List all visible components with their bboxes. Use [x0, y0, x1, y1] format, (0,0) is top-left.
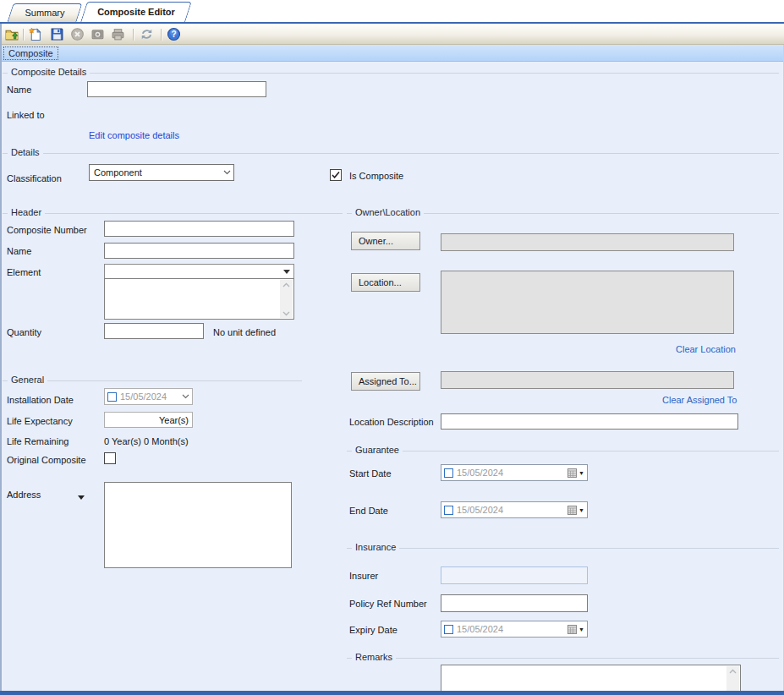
address-label: Address: [7, 490, 41, 500]
window-left-border: [0, 24, 2, 692]
group-title-guarantee: Guarantee: [352, 445, 403, 455]
insurer-field: [441, 566, 588, 584]
no-unit-defined-text: No unit defined: [213, 327, 276, 337]
group-composite-details: Composite Details: [3, 68, 779, 77]
group-owner-location: Owner\Location: [347, 209, 779, 217]
dropdown-arrow-icon[interactable]: ▼: [578, 470, 584, 476]
element-select[interactable]: [104, 264, 294, 279]
start-date-checkbox[interactable]: [444, 468, 453, 478]
element-label: Element: [7, 267, 41, 277]
end-date-value: 15/05/2024: [457, 505, 567, 515]
expiry-date-value: 15/05/2024: [457, 624, 567, 634]
life-remaining-label: Life Remaining: [7, 436, 69, 446]
tab-summary[interactable]: Summary: [10, 3, 79, 22]
snapshot-button: [89, 26, 106, 42]
group-title-remarks: Remarks: [352, 652, 396, 662]
location-description-input[interactable]: [441, 413, 738, 430]
expiry-date-checkbox[interactable]: [444, 625, 453, 634]
owner-button[interactable]: Owner...: [351, 232, 420, 250]
address-dropdown-icon[interactable]: [78, 491, 85, 501]
help-icon: ?: [167, 27, 181, 41]
dropdown-arrow-icon[interactable]: ▼: [578, 627, 584, 632]
new-document-button[interactable]: [26, 26, 43, 42]
classification-value: Component: [94, 167, 220, 178]
subtab-composite[interactable]: Composite: [3, 47, 58, 60]
calendar-icon: [567, 506, 577, 515]
linked-to-label: Linked to: [7, 110, 45, 120]
start-date-picker[interactable]: 15/05/2024 ▼: [441, 464, 588, 481]
header-name-input[interactable]: [104, 243, 294, 259]
element-notes-scrollbar[interactable]: [280, 280, 293, 318]
new-document-icon: [28, 27, 42, 41]
refresh-button[interactable]: [138, 26, 155, 42]
group-guarantee: Guarantee: [347, 446, 779, 455]
location-button[interactable]: Location...: [351, 273, 420, 292]
installation-date-picker[interactable]: 15/05/2024: [104, 388, 193, 405]
installation-date-checkbox[interactable]: [107, 392, 117, 402]
is-composite-checkbox[interactable]: [330, 169, 342, 181]
delete-icon: [70, 27, 85, 41]
tab-bar: Summary Composite Editor: [0, 0, 784, 22]
home-folder-icon: [5, 27, 19, 41]
name-label: Name: [7, 85, 31, 95]
chevron-down-icon: [220, 170, 233, 175]
classification-select[interactable]: Component: [89, 164, 234, 181]
help-button[interactable]: ?: [165, 26, 182, 42]
refresh-icon: [140, 27, 154, 41]
scroll-down-icon[interactable]: [282, 310, 290, 316]
end-date-picker[interactable]: 15/05/2024 ▼: [441, 501, 588, 518]
owner-field: [441, 233, 734, 251]
group-remarks: Remarks: [347, 654, 779, 662]
chevron-down-icon[interactable]: [182, 394, 189, 399]
tab-composite-editor-label: Composite Editor: [97, 7, 175, 17]
save-button[interactable]: [48, 26, 65, 42]
remarks-scrollbar[interactable]: [726, 666, 739, 693]
composite-editor-window: Summary Composite Editor: [0, 0, 784, 695]
end-date-checkbox[interactable]: [444, 506, 453, 515]
element-notes-textarea[interactable]: [104, 278, 294, 320]
toolbar: ?: [0, 24, 784, 45]
clear-assigned-to-link[interactable]: Clear Assigned To: [662, 395, 737, 405]
life-expectancy-unit: Year(s): [159, 415, 189, 425]
composite-name-input[interactable]: [87, 81, 266, 97]
start-date-label: Start Date: [349, 468, 392, 479]
address-textarea[interactable]: [104, 482, 292, 568]
scroll-up-icon[interactable]: [282, 282, 290, 287]
assigned-to-button[interactable]: Assigned To...: [351, 372, 420, 391]
save-icon: [50, 27, 64, 41]
group-title-header: Header: [8, 207, 45, 217]
print-icon: [111, 27, 125, 41]
original-composite-label: Original Composite: [7, 455, 86, 465]
is-composite-label: Is Composite: [349, 171, 403, 181]
original-composite-checkbox[interactable]: [104, 452, 116, 464]
toolbar-separator: [23, 29, 25, 41]
expiry-date-label: Expiry Date: [349, 625, 397, 635]
location-field: [441, 271, 734, 334]
group-title-details: Details: [8, 147, 43, 157]
installation-date-value: 15/05/2024: [120, 391, 182, 402]
clear-location-link[interactable]: Clear Location: [676, 344, 736, 354]
expiry-date-picker[interactable]: 15/05/2024 ▼: [441, 621, 588, 638]
end-date-label: End Date: [349, 506, 388, 516]
life-expectancy-input[interactable]: Year(s): [104, 412, 193, 428]
group-title-composite-details: Composite Details: [8, 67, 90, 77]
tab-summary-label: Summary: [25, 8, 64, 18]
classification-label: Classification: [7, 173, 62, 183]
quantity-label: Quantity: [7, 327, 41, 337]
quantity-input[interactable]: [104, 323, 204, 339]
installation-date-label: Installation Date: [7, 395, 74, 405]
group-title-general: General: [8, 375, 47, 385]
tab-composite-editor[interactable]: Composite Editor: [84, 2, 189, 22]
svg-text:?: ?: [171, 30, 176, 39]
home-folder-button[interactable]: [3, 26, 20, 42]
scroll-up-icon[interactable]: [729, 668, 737, 674]
dropdown-arrow-icon[interactable]: ▼: [578, 507, 584, 513]
assigned-to-field: [441, 371, 734, 389]
group-details: Details: [3, 149, 779, 157]
policy-ref-number-input[interactable]: [441, 594, 588, 612]
composite-number-input[interactable]: [104, 221, 294, 237]
edit-composite-details-link[interactable]: Edit composite details: [89, 130, 179, 140]
delete-button: [69, 26, 85, 42]
toolbar-separator: [133, 29, 134, 41]
composite-number-label: Composite Number: [7, 225, 87, 235]
